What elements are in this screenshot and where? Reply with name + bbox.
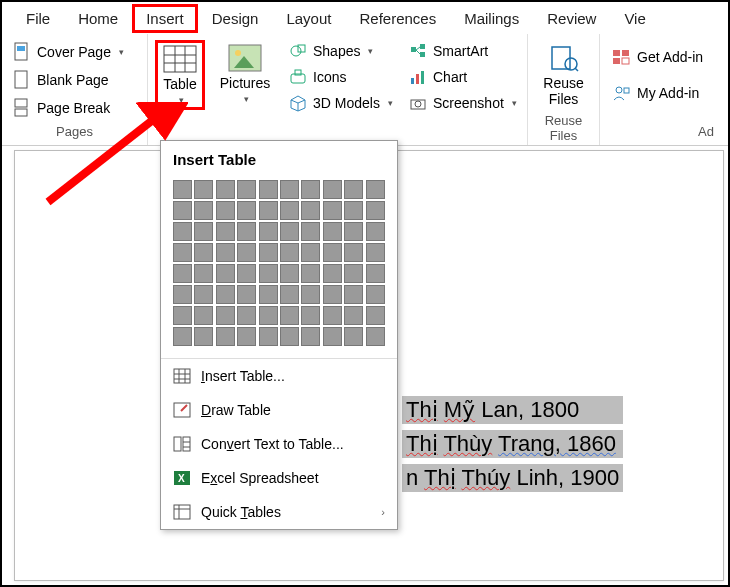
grid-cell[interactable] — [280, 222, 299, 241]
grid-cell[interactable] — [301, 327, 320, 346]
grid-cell[interactable] — [194, 264, 213, 283]
grid-cell[interactable] — [366, 264, 385, 283]
tab-design[interactable]: Design — [198, 4, 273, 33]
smartart-button[interactable]: SmartArt — [406, 40, 520, 62]
grid-cell[interactable] — [173, 201, 192, 220]
pictures-button[interactable]: Pictures ▾ — [214, 40, 277, 108]
grid-cell[interactable] — [280, 201, 299, 220]
grid-cell[interactable] — [194, 243, 213, 262]
grid-cell[interactable] — [280, 180, 299, 199]
grid-cell[interactable] — [173, 285, 192, 304]
grid-cell[interactable] — [366, 306, 385, 325]
grid-cell[interactable] — [194, 180, 213, 199]
grid-cell[interactable] — [259, 327, 278, 346]
menu-quick-tables[interactable]: Quick Tables › — [161, 495, 397, 529]
grid-cell[interactable] — [173, 180, 192, 199]
grid-cell[interactable] — [301, 285, 320, 304]
tab-mailings[interactable]: Mailings — [450, 4, 533, 33]
grid-cell[interactable] — [323, 201, 342, 220]
grid-cell[interactable] — [216, 285, 235, 304]
grid-cell[interactable] — [366, 180, 385, 199]
grid-cell[interactable] — [216, 327, 235, 346]
grid-cell[interactable] — [237, 243, 256, 262]
grid-cell[interactable] — [173, 222, 192, 241]
grid-cell[interactable] — [259, 180, 278, 199]
grid-cell[interactable] — [344, 264, 363, 283]
reuse-files-button[interactable]: Reuse Files — [537, 40, 589, 111]
menu-convert-text[interactable]: Convert Text to Table... — [161, 427, 397, 461]
grid-cell[interactable] — [194, 201, 213, 220]
3d-models-button[interactable]: 3D Models▾ — [286, 92, 396, 114]
grid-cell[interactable] — [280, 243, 299, 262]
grid-cell[interactable] — [366, 327, 385, 346]
grid-cell[interactable] — [216, 201, 235, 220]
grid-cell[interactable] — [344, 243, 363, 262]
grid-cell[interactable] — [237, 264, 256, 283]
grid-cell[interactable] — [194, 306, 213, 325]
grid-cell[interactable] — [366, 285, 385, 304]
grid-cell[interactable] — [323, 180, 342, 199]
tab-view[interactable]: Vie — [610, 4, 659, 33]
grid-cell[interactable] — [323, 306, 342, 325]
grid-cell[interactable] — [344, 327, 363, 346]
page-break-button[interactable]: Page Break — [10, 96, 127, 120]
tab-home[interactable]: Home — [64, 4, 132, 33]
grid-cell[interactable] — [237, 285, 256, 304]
icons-button[interactable]: Icons — [286, 66, 396, 88]
menu-insert-table[interactable]: Insert Table... — [161, 359, 397, 393]
grid-cell[interactable] — [323, 222, 342, 241]
grid-cell[interactable] — [366, 243, 385, 262]
grid-cell[interactable] — [344, 222, 363, 241]
grid-cell[interactable] — [366, 222, 385, 241]
doc-line-1[interactable]: Thị Mỹ Lan, 1800 — [402, 396, 623, 424]
my-addins-button[interactable]: My Add-in — [608, 82, 706, 104]
grid-cell[interactable] — [173, 264, 192, 283]
grid-cell[interactable] — [237, 180, 256, 199]
grid-cell[interactable] — [323, 327, 342, 346]
grid-cell[interactable] — [216, 222, 235, 241]
grid-cell[interactable] — [323, 285, 342, 304]
grid-cell[interactable] — [237, 222, 256, 241]
grid-cell[interactable] — [366, 201, 385, 220]
tab-review[interactable]: Review — [533, 4, 610, 33]
get-addins-button[interactable]: Get Add-in — [608, 46, 706, 68]
grid-cell[interactable] — [237, 327, 256, 346]
grid-cell[interactable] — [173, 327, 192, 346]
grid-cell[interactable] — [301, 180, 320, 199]
chart-button[interactable]: Chart — [406, 66, 520, 88]
grid-cell[interactable] — [194, 285, 213, 304]
grid-cell[interactable] — [194, 327, 213, 346]
screenshot-button[interactable]: Screenshot▾ — [406, 92, 520, 114]
grid-cell[interactable] — [301, 306, 320, 325]
grid-cell[interactable] — [259, 201, 278, 220]
grid-cell[interactable] — [259, 222, 278, 241]
grid-cell[interactable] — [216, 264, 235, 283]
grid-cell[interactable] — [301, 222, 320, 241]
grid-cell[interactable] — [344, 201, 363, 220]
grid-cell[interactable] — [280, 327, 299, 346]
grid-cell[interactable] — [323, 243, 342, 262]
grid-cell[interactable] — [259, 243, 278, 262]
grid-cell[interactable] — [301, 264, 320, 283]
blank-page-button[interactable]: Blank Page — [10, 68, 127, 92]
grid-cell[interactable] — [344, 306, 363, 325]
tab-layout[interactable]: Layout — [272, 4, 345, 33]
grid-cell[interactable] — [216, 243, 235, 262]
grid-cell[interactable] — [216, 180, 235, 199]
shapes-button[interactable]: Shapes▾ — [286, 40, 396, 62]
cover-page-button[interactable]: Cover Page ▾ — [10, 40, 127, 64]
menu-excel[interactable]: X Excel Spreadsheet — [161, 461, 397, 495]
grid-cell[interactable] — [280, 306, 299, 325]
tab-references[interactable]: References — [345, 4, 450, 33]
table-grid-picker[interactable] — [161, 176, 397, 358]
grid-cell[interactable] — [173, 243, 192, 262]
grid-cell[interactable] — [301, 243, 320, 262]
table-button[interactable]: Table ▾ — [155, 40, 205, 110]
grid-cell[interactable] — [216, 306, 235, 325]
grid-cell[interactable] — [323, 264, 342, 283]
grid-cell[interactable] — [173, 306, 192, 325]
grid-cell[interactable] — [237, 306, 256, 325]
doc-line-3[interactable]: n Thị Thúy Linh, 1900 — [402, 464, 623, 492]
grid-cell[interactable] — [259, 264, 278, 283]
menu-draw-table[interactable]: Draw Table — [161, 393, 397, 427]
